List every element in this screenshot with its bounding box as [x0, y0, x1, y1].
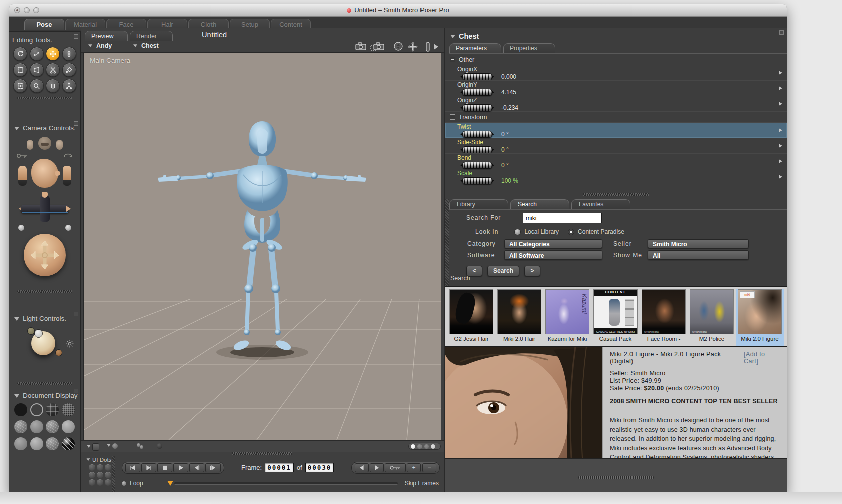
scale-tool-button[interactable]: [13, 63, 27, 77]
result-thumbnail[interactable]: miki: [738, 289, 782, 334]
loop-toggle[interactable]: [122, 481, 126, 486]
figure-menu[interactable]: Andy: [88, 42, 112, 49]
first-frame-button[interactable]: [125, 463, 140, 472]
parameter-menu-arrow-icon[interactable]: [779, 175, 784, 179]
collapse-triangle-icon[interactable]: [14, 127, 19, 133]
add-keyframe-button[interactable]: [385, 463, 406, 472]
result-kazumi-for-miki[interactable]: Kazumi Kazumi for Miki: [543, 289, 591, 346]
tab-pose[interactable]: Pose: [24, 19, 64, 30]
camera-trackball[interactable]: [24, 234, 66, 276]
parameter-menu-arrow-icon[interactable]: [779, 86, 784, 90]
plus-button[interactable]: +: [407, 463, 421, 472]
result-thumbnail[interactable]: smithmicro: [642, 289, 686, 334]
right-hand-camera-icon[interactable]: [56, 140, 63, 150]
parameter-menu-arrow-icon[interactable]: [779, 128, 784, 132]
search-input[interactable]: [523, 213, 602, 223]
current-actor-header[interactable]: Chest: [450, 32, 479, 40]
chain-break-tool-button[interactable]: [46, 63, 60, 77]
previous-key-button[interactable]: [355, 463, 369, 472]
next-key-button[interactable]: [370, 463, 384, 472]
parameter-menu-arrow-icon[interactable]: [779, 71, 784, 75]
sidebar-splitter[interactable]: [9, 289, 80, 294]
section-widget-box[interactable]: [74, 389, 78, 393]
light-1-dot[interactable]: [27, 327, 35, 335]
section-widget-box[interactable]: [74, 312, 78, 316]
camera-controls-art[interactable]: [9, 137, 80, 287]
view-magnifier-tool-button[interactable]: [30, 79, 44, 93]
display-flat-shaded-button[interactable]: [30, 420, 43, 433]
rotate-tool-button[interactable]: [13, 47, 27, 61]
content-paradise-radio[interactable]: [568, 229, 574, 235]
actor-menu[interactable]: Chest: [133, 42, 159, 49]
collapse-box-icon[interactable]: [450, 57, 455, 62]
tab-properties[interactable]: Properties: [503, 43, 555, 53]
panel-splitter[interactable]: [112, 456, 115, 492]
twist-tool-button[interactable]: [30, 47, 44, 61]
camera-ball-icon[interactable]: [65, 225, 71, 231]
panel-bottom-bar[interactable]: [445, 458, 787, 492]
seller-dropdown[interactable]: Smith Micro: [648, 239, 749, 248]
tracking-mode-selector[interactable]: [107, 443, 118, 449]
display-flat-lined-button[interactable]: [46, 420, 59, 433]
camera-select-icon[interactable]: [370, 41, 385, 53]
play-button[interactable]: [173, 463, 188, 472]
timeline-splitter[interactable]: [81, 451, 444, 456]
tab-preview[interactable]: Preview: [85, 31, 128, 41]
total-frames-field[interactable]: 00030: [305, 463, 334, 472]
result-face-room[interactable]: smithmicro Face Room -: [640, 289, 688, 346]
show-me-dropdown[interactable]: All: [648, 250, 749, 260]
color-tool-button[interactable]: [62, 63, 76, 77]
next-page-button[interactable]: >: [524, 266, 540, 276]
face-camera-trackball-icon[interactable]: [31, 159, 58, 188]
result-casual-pack[interactable]: CONTENTCASUAL CLOTHES for MIKI Casual Pa…: [591, 289, 640, 346]
left-hand-icon[interactable]: [18, 166, 27, 186]
shadow-toggle-icon[interactable]: [157, 443, 162, 449]
result-m2-police[interactable]: smithmicro M2 Police: [688, 289, 736, 346]
timeline-marker[interactable]: [167, 481, 173, 489]
result-g2-jessi-hair[interactable]: G2 Jessi Hair: [447, 289, 495, 346]
stop-button[interactable]: [157, 463, 172, 472]
flyaround-icon[interactable]: [63, 153, 73, 159]
camera-icon[interactable]: [354, 41, 367, 53]
result-miki-20-hair[interactable]: Miki 2.0 Hair: [495, 289, 543, 346]
tab-favorites[interactable]: Favorites: [571, 199, 630, 209]
param-row-originx[interactable]: OriginX 0.000: [445, 65, 787, 80]
param-row-bend[interactable]: Bend 0 °: [445, 153, 787, 169]
parameter-dial[interactable]: [462, 131, 492, 138]
translate-pull-tool-button[interactable]: [46, 47, 60, 61]
display-cartoon-button[interactable]: [62, 420, 75, 433]
collapse-triangle-icon[interactable]: [14, 317, 19, 323]
tab-library[interactable]: Library: [449, 199, 508, 209]
display-silhouette-button[interactable]: [14, 403, 27, 416]
current-frame-field[interactable]: 00001: [265, 463, 294, 472]
tracking-balls-icon[interactable]: [137, 443, 144, 449]
panel-expand-arrow-icon[interactable]: [434, 44, 441, 50]
result-thumbnail[interactable]: [497, 289, 541, 334]
section-widget-box[interactable]: [74, 121, 78, 126]
right-hand-icon[interactable]: [63, 166, 71, 186]
parameter-dial[interactable]: [462, 73, 492, 80]
param-row-originy[interactable]: OriginY 4.145: [445, 80, 787, 96]
section-widget-box[interactable]: [74, 34, 78, 39]
collapse-triangle-icon[interactable]: [87, 458, 90, 462]
light-3-dot[interactable]: [55, 349, 62, 356]
display-outline-button[interactable]: [30, 403, 43, 416]
tab-render[interactable]: Render: [130, 31, 173, 41]
collapse-box-icon[interactable]: [450, 114, 455, 120]
ui-dots-grid[interactable]: [89, 464, 112, 486]
group-other[interactable]: Other: [445, 54, 787, 65]
display-smooth-shaded-button[interactable]: [14, 437, 27, 450]
last-frame-button[interactable]: [141, 463, 156, 472]
display-hidden-line-button[interactable]: [62, 403, 75, 416]
pan-up-icon[interactable]: [42, 192, 48, 198]
parameter-dial[interactable]: [462, 177, 492, 184]
search-button[interactable]: Search: [487, 266, 519, 276]
software-dropdown[interactable]: All Software: [504, 250, 602, 260]
param-row-originz[interactable]: OriginZ -0.234: [445, 96, 787, 111]
camera-pan-control[interactable]: [17, 196, 73, 223]
tab-parameters[interactable]: Parameters: [449, 43, 501, 53]
add-to-cart-link[interactable]: [Add to Cart]: [744, 351, 781, 365]
display-wireframe-button[interactable]: [46, 403, 59, 416]
pan-right-icon[interactable]: [66, 206, 74, 212]
camera-indicator-dots[interactable]: [408, 443, 441, 450]
